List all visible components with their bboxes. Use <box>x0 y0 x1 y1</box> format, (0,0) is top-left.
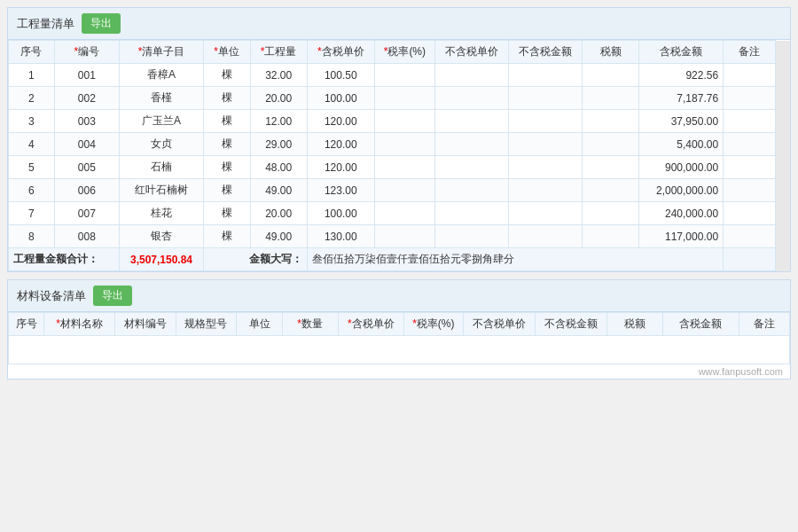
list-item: 005 <box>54 156 120 179</box>
footer-total: 3,507,150.84 <box>120 248 204 271</box>
list-item <box>724 133 775 156</box>
list-item <box>724 156 775 179</box>
footer-amount-label: 金额大写： <box>203 248 307 271</box>
list-item: 240,000.00 <box>639 202 724 225</box>
list-item <box>508 133 582 156</box>
list-item <box>434 202 508 225</box>
section1-table-wrapper: 序号 *编号 *清单子目 *单位 *工程量 *含税单价 *税率(%) 不含税单价… <box>8 40 790 271</box>
section1-export-button[interactable]: 导出 <box>82 13 121 34</box>
list-item: 香槿 <box>120 87 204 110</box>
list-item: 银杏 <box>120 225 204 248</box>
list-item: 922.56 <box>639 64 724 87</box>
list-item <box>724 87 775 110</box>
list-item: 48.00 <box>250 156 307 179</box>
th2-taxprice: *含税单价 <box>338 313 403 336</box>
scrollbar-cell <box>775 156 789 179</box>
th2-seq: 序号 <box>9 313 44 336</box>
list-item: 100.00 <box>307 87 374 110</box>
list-item <box>724 110 775 133</box>
scrollbar-cell <box>775 87 789 110</box>
scrollbar-cell <box>775 179 789 202</box>
footer-label: 工程量金额合计： <box>9 248 120 271</box>
list-item: 100.50 <box>307 64 374 87</box>
materials-section: 材料设备清单 导出 序号 *材料名称 材料编号 规格型号 单位 *数量 *含税单… <box>7 279 791 379</box>
th2-spec: 规格型号 <box>176 313 237 336</box>
th-taxamt: 含税金额 <box>639 41 724 64</box>
th-code: *编号 <box>54 41 120 64</box>
th2-unit: 单位 <box>237 313 282 336</box>
list-item <box>508 87 582 110</box>
list-item: 120.00 <box>307 156 374 179</box>
th2-taxrate: *税率(%) <box>403 313 463 336</box>
th-qty: *工程量 <box>250 41 307 64</box>
list-item: 130.00 <box>307 225 374 248</box>
list-item <box>374 179 434 202</box>
list-item: 5 <box>9 156 55 179</box>
watermark: www.fanpusoft.com <box>8 364 790 379</box>
th-taxprice: *含税单价 <box>307 41 374 64</box>
list-item <box>374 64 434 87</box>
list-item: 棵 <box>203 156 250 179</box>
list-item <box>434 225 508 248</box>
list-item: 棵 <box>203 133 250 156</box>
th-note: 备注 <box>724 41 775 64</box>
list-item <box>724 225 775 248</box>
list-item: 4 <box>9 133 55 156</box>
list-item: 20.00 <box>250 87 307 110</box>
table-row: 5005石楠棵48.00120.00900,000.00 <box>9 156 790 179</box>
list-item: 117,000.00 <box>639 225 724 248</box>
list-item: 广玉兰A <box>120 110 204 133</box>
list-item: 5,400.00 <box>639 133 724 156</box>
list-item: 女贞 <box>120 133 204 156</box>
list-item: 900,000.00 <box>639 156 724 179</box>
section2-table-wrapper: 序号 *材料名称 材料编号 规格型号 单位 *数量 *含税单价 *税率(%) 不… <box>8 312 790 364</box>
list-item <box>724 179 775 202</box>
list-item: 桂花 <box>120 202 204 225</box>
list-item: 006 <box>54 179 120 202</box>
footer-amount-text: 叁佰伍拾万柒佰壹仟壹佰伍拾元零捌角肆分 <box>307 248 723 271</box>
list-item: 香樟A <box>120 64 204 87</box>
list-item <box>434 110 508 133</box>
list-item <box>582 87 638 110</box>
list-item <box>582 225 638 248</box>
scrollbar-cell <box>775 133 789 156</box>
list-item <box>582 110 638 133</box>
section1-header: 工程量清单 导出 <box>8 8 790 40</box>
list-item: 123.00 <box>307 179 374 202</box>
section1-title: 工程量清单 <box>17 16 74 32</box>
list-item: 2,000,000.00 <box>639 179 724 202</box>
list-item: 棵 <box>203 225 250 248</box>
list-item <box>374 202 434 225</box>
list-item: 120.00 <box>307 133 374 156</box>
list-item: 石楠 <box>120 156 204 179</box>
table-row: 4004女贞棵29.00120.005,400.00 <box>9 133 790 156</box>
th-seq: 序号 <box>9 41 55 64</box>
list-item <box>374 87 434 110</box>
table-row: 2002香槿棵20.00100.007,187.76 <box>9 87 790 110</box>
th2-matname: *材料名称 <box>44 313 115 336</box>
list-item: 49.00 <box>250 225 307 248</box>
section2-empty-row <box>9 336 790 364</box>
section2-table: 序号 *材料名称 材料编号 规格型号 单位 *数量 *含税单价 *税率(%) 不… <box>8 312 790 364</box>
list-item: 棵 <box>203 64 250 87</box>
list-item <box>434 133 508 156</box>
list-item: 棵 <box>203 87 250 110</box>
section2-export-button[interactable]: 导出 <box>93 286 132 306</box>
list-item: 7,187.76 <box>639 87 724 110</box>
table-row: 8008银杏棵49.00130.00117,000.00 <box>9 225 790 248</box>
th2-note: 备注 <box>739 313 789 336</box>
list-item <box>508 156 582 179</box>
list-item: 32.00 <box>250 64 307 87</box>
list-item <box>582 202 638 225</box>
table-row: 6006红叶石楠树棵49.00123.002,000,000.00 <box>9 179 790 202</box>
list-item <box>508 110 582 133</box>
list-item <box>374 225 434 248</box>
list-item: 49.00 <box>250 179 307 202</box>
list-item <box>508 64 582 87</box>
table-row: 7007桂花棵20.00100.00240,000.00 <box>9 202 790 225</box>
th2-notaxprice: 不含税单价 <box>463 313 535 336</box>
th-notaxamt: 不含税金额 <box>508 41 582 64</box>
list-item: 棵 <box>203 179 250 202</box>
section2-header: 材料设备清单 导出 <box>8 280 790 312</box>
scrollbar-cell <box>775 110 789 133</box>
